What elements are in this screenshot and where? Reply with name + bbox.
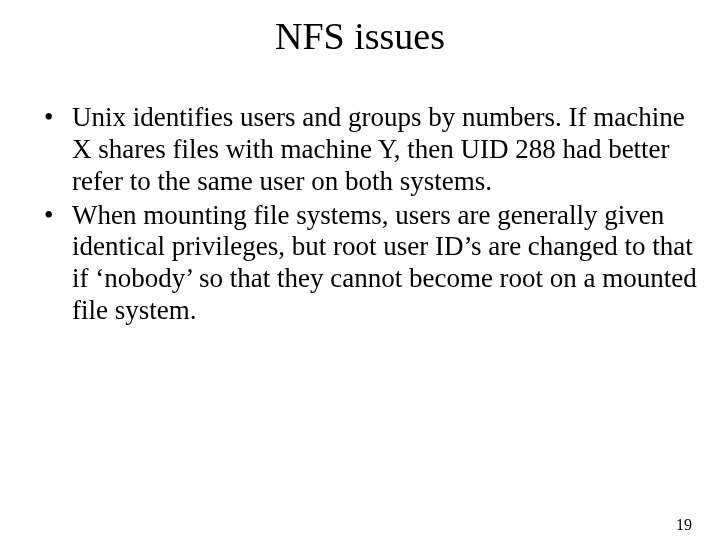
slide-title: NFS issues	[0, 14, 720, 58]
slide-body: Unix identifies users and groups by numb…	[0, 102, 720, 327]
bullet-item: Unix identifies users and groups by numb…	[44, 102, 698, 198]
page-number: 19	[676, 516, 692, 534]
bullet-list: Unix identifies users and groups by numb…	[44, 102, 698, 327]
slide: NFS issues Unix identifies users and gro…	[0, 14, 720, 540]
bullet-item: When mounting file systems, users are ge…	[44, 200, 698, 327]
